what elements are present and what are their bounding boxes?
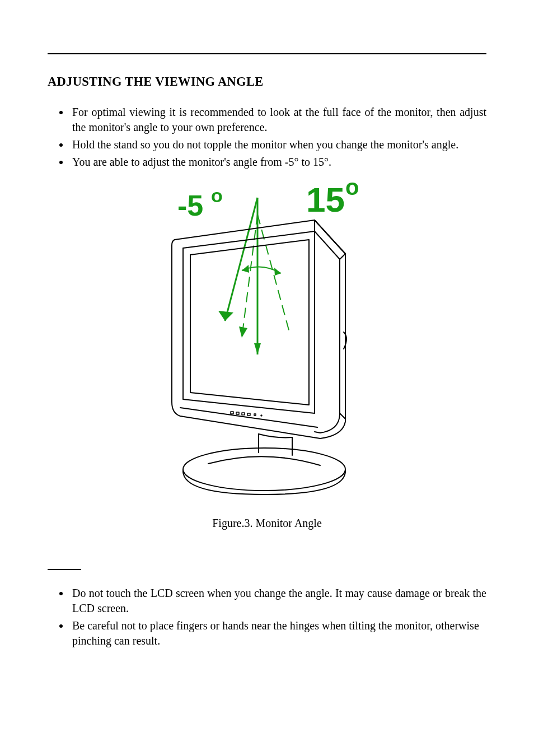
list-item: Do not touch the LCD screen when you cha…: [70, 586, 486, 616]
figure-caption: Figure.3. Monitor Angle: [212, 517, 322, 530]
angle-pos-label: 15: [306, 181, 345, 219]
notes-separator: [48, 569, 81, 570]
svg-line-4: [257, 214, 289, 332]
svg-marker-6: [218, 311, 233, 321]
list-item: Be careful not to place fingers or hands…: [70, 618, 486, 648]
svg-marker-3: [239, 326, 247, 338]
svg-marker-8: [274, 268, 281, 276]
svg-rect-9: [231, 412, 233, 414]
figure-caption-text: Monitor Angle: [252, 517, 321, 529]
svg-point-15: [183, 448, 345, 491]
svg-rect-13: [254, 414, 256, 416]
svg-line-5: [225, 198, 257, 321]
svg-rect-10: [236, 412, 239, 414]
svg-point-14: [261, 415, 262, 416]
list-item: You are able to adjust the monitor's ang…: [70, 155, 486, 170]
section-heading: ADJUSTING THE VIEWING ANGLE: [48, 74, 486, 89]
figure-caption-prefix: Figure.3.: [212, 517, 252, 529]
angle-neg-label: -5: [177, 189, 203, 222]
svg-rect-11: [242, 413, 245, 415]
monitor-angle-illustration: -5 o 15 o: [147, 181, 387, 500]
angle-neg-sup: o: [211, 185, 223, 206]
page: ADJUSTING THE VIEWING ANGLE For optimal …: [0, 0, 534, 756]
list-item: For optimal viewing it is recommended to…: [70, 105, 486, 135]
notes-list: Do not touch the LCD screen when you cha…: [48, 586, 486, 648]
instruction-list: For optimal viewing it is recommended to…: [48, 105, 486, 170]
angle-pos-sup: o: [345, 181, 359, 199]
svg-marker-1: [254, 343, 261, 354]
list-item: Hold the stand so you do not topple the …: [70, 137, 486, 152]
figure: -5 o 15 o: [48, 181, 486, 530]
svg-line-2: [242, 214, 257, 338]
svg-marker-7: [242, 265, 249, 273]
top-rule: [48, 53, 486, 54]
svg-rect-12: [247, 413, 250, 416]
